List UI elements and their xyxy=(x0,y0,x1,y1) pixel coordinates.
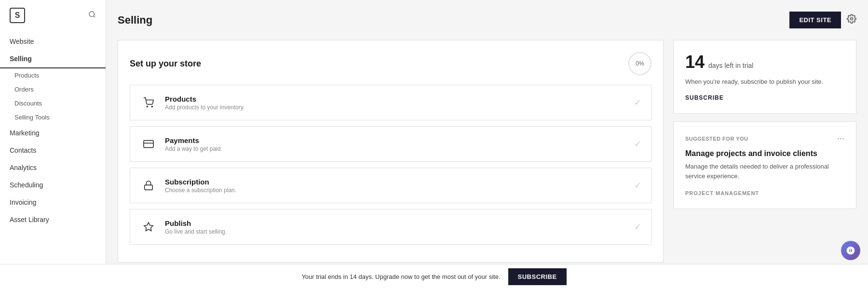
sidebar-item-discounts[interactable]: Discounts xyxy=(0,96,106,110)
setup-card: Set up your store 0% Products Add xyxy=(118,40,664,263)
payments-icon xyxy=(140,135,157,153)
svg-point-0 xyxy=(89,12,95,17)
sidebar-item-contacts[interactable]: Contacts xyxy=(0,142,106,159)
products-icon xyxy=(140,94,157,111)
suggested-description: Manage the details needed to deliver a p… xyxy=(685,162,844,181)
suggested-tag: PROJECT MANAGEMENT xyxy=(685,190,759,196)
setup-card-header: Set up your store 0% xyxy=(130,52,651,75)
subscription-icon xyxy=(140,177,157,194)
step-payments-content: Payments Add a way to get paid. xyxy=(165,136,626,152)
setup-step-products[interactable]: Products Add products to your inventory.… xyxy=(130,85,651,120)
suggested-card: SUGGESTED FOR YOU ··· Manage projects an… xyxy=(673,121,856,209)
sidebar-item-scheduling[interactable]: Scheduling xyxy=(0,176,106,194)
banner-subscribe-button[interactable]: SUBSCRIBE xyxy=(508,268,567,285)
sidebar-nav: Website Selling Products Orders Discount… xyxy=(0,33,106,281)
sidebar-item-website[interactable]: Website xyxy=(0,33,106,50)
trial-card: 14 days left in trial When you're ready,… xyxy=(673,40,856,114)
suggested-more-button[interactable]: ··· xyxy=(837,133,844,144)
setup-card-title: Set up your store xyxy=(130,59,201,69)
setup-step-subscription[interactable]: Subscription Choose a subscription plan.… xyxy=(130,168,651,203)
trial-subscribe-button[interactable]: SUBSCRIBE xyxy=(685,94,724,101)
header-actions: EDIT SITE xyxy=(789,12,856,28)
svg-marker-7 xyxy=(144,223,153,231)
page-title: Selling xyxy=(118,14,152,26)
step-publish-content: Publish Go live and start selling. xyxy=(165,219,626,235)
setup-step-payments[interactable]: Payments Add a way to get paid. ✓ xyxy=(130,126,651,162)
step-products-check: ✓ xyxy=(634,97,641,108)
right-column: 14 days left in trial When you're ready,… xyxy=(673,40,856,263)
search-button[interactable] xyxy=(88,11,96,20)
step-payments-check: ✓ xyxy=(634,139,641,149)
svg-point-3 xyxy=(151,106,152,107)
step-subscription-content: Subscription Choose a subscription plan. xyxy=(165,178,626,194)
step-subscription-desc: Choose a subscription plan. xyxy=(165,187,626,194)
trial-days-label: days left in trial xyxy=(708,62,753,69)
logo: S xyxy=(10,8,25,23)
step-products-content: Products Add products to your inventory. xyxy=(165,95,626,111)
setup-step-publish[interactable]: Publish Go live and start selling. ✓ xyxy=(130,209,651,245)
edit-site-button[interactable]: EDIT SITE xyxy=(789,12,841,28)
step-subscription-check: ✓ xyxy=(634,180,641,191)
suggested-label: SUGGESTED FOR YOU xyxy=(685,136,748,142)
svg-rect-6 xyxy=(145,185,153,190)
step-publish-desc: Go live and start selling. xyxy=(165,228,626,235)
step-payments-desc: Add a way to get paid. xyxy=(165,145,626,152)
bottom-banner: Your trial ends in 14 days. Upgrade now … xyxy=(0,264,868,289)
left-column: Set up your store 0% Products Add xyxy=(118,40,664,263)
sidebar-item-analytics[interactable]: Analytics xyxy=(0,159,106,176)
progress-circle: 0% xyxy=(628,52,651,75)
sidebar-top: S xyxy=(0,8,106,33)
step-products-desc: Add products to your inventory. xyxy=(165,104,626,111)
sidebar-item-asset-library[interactable]: Asset Library xyxy=(0,211,106,228)
content-columns: Set up your store 0% Products Add xyxy=(118,40,856,263)
step-publish-check: ✓ xyxy=(634,222,641,232)
sidebar-item-products[interactable]: Products xyxy=(0,68,106,82)
step-publish-title: Publish xyxy=(165,219,626,227)
step-payments-title: Payments xyxy=(165,136,626,144)
sidebar-item-selling-tools[interactable]: Selling Tools xyxy=(0,110,106,124)
sidebar-item-marketing[interactable]: Marketing xyxy=(0,124,106,142)
publish-icon xyxy=(140,218,157,236)
sidebar-item-selling[interactable]: Selling xyxy=(0,50,106,68)
sidebar-item-invoicing[interactable]: Invoicing xyxy=(0,194,106,211)
sidebar-item-orders[interactable]: Orders xyxy=(0,82,106,96)
sidebar: S Website Selling Products Orders Discou… xyxy=(0,0,106,289)
settings-button[interactable] xyxy=(847,14,856,26)
main-content: Selling EDIT SITE Set up your store 0% xyxy=(106,0,868,289)
banner-text: Your trial ends in 14 days. Upgrade now … xyxy=(301,273,500,280)
main-header: Selling EDIT SITE xyxy=(118,12,856,28)
ai-assistant-button[interactable] xyxy=(841,241,860,260)
suggested-header: SUGGESTED FOR YOU ··· xyxy=(685,133,844,144)
svg-rect-4 xyxy=(144,141,153,148)
trial-days-number: 14 xyxy=(685,52,705,72)
trial-description: When you're ready, subscribe to publish … xyxy=(685,78,844,85)
suggested-title: Manage projects and invoice clients xyxy=(685,149,844,158)
step-subscription-title: Subscription xyxy=(165,178,626,186)
svg-point-2 xyxy=(147,106,148,107)
trial-days-row: 14 days left in trial xyxy=(685,52,844,72)
svg-point-1 xyxy=(851,18,853,20)
step-products-title: Products xyxy=(165,95,626,103)
